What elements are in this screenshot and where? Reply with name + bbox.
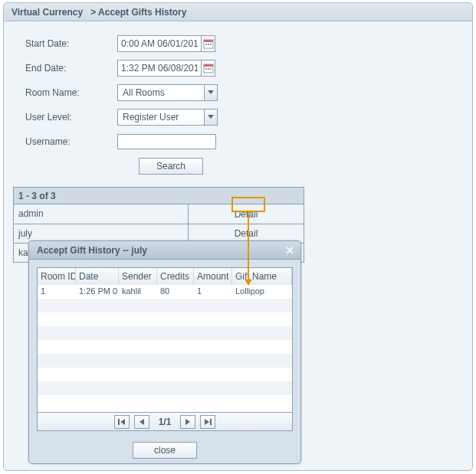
svg-rect-7 [205,68,207,70]
user-level-label: User Level: [25,112,117,123]
room-name-select[interactable]: All Rooms [117,84,218,101]
breadcrumb: Virtual Currency > Accept Gifts History [4,3,472,21]
svg-marker-16 [140,419,144,425]
svg-marker-18 [205,419,209,425]
results-counter: 1 - 3 of 3 [14,188,304,204]
room-name-value: All Rooms [118,87,204,98]
dialog-title: Accept Gift History -- july [37,241,147,260]
filter-form: Start Date: End Date: Room Name: All Roo… [4,21,472,182]
grid-row: 1 1:26 PM 0 kahlil 80 1 Lollipop [38,285,292,299]
chevron-down-icon[interactable] [204,85,217,100]
grid-row [38,354,292,368]
page-indicator: 1/1 [154,417,176,427]
svg-rect-6 [204,64,213,67]
col-credits[interactable]: Credits [157,268,194,285]
search-button[interactable]: Search [139,158,203,175]
end-date-label: End Date: [25,63,117,74]
close-button[interactable]: close [133,442,197,459]
breadcrumb-separator: > [90,7,96,18]
col-amount[interactable]: Amount [194,268,232,285]
last-page-button[interactable] [200,415,215,429]
end-date-input[interactable] [118,60,201,76]
grid-row [38,395,292,409]
calendar-icon[interactable] [201,60,215,76]
pager: 1/1 [38,412,292,430]
end-date-field[interactable] [117,60,215,77]
cell-amount: 1 [194,285,232,299]
cell-sender: kahlil [119,285,157,299]
svg-rect-3 [208,44,209,45]
detail-link[interactable]: Detail [189,204,304,224]
detail-grid: Room ID Date Sender Credits Amount Gift … [37,267,293,431]
start-date-field[interactable] [117,35,215,52]
arrow-head-icon [245,279,252,286]
svg-marker-11 [208,115,214,119]
cell-room: 1 [38,285,76,299]
svg-rect-19 [210,419,212,425]
svg-rect-1 [204,40,213,42]
grid-row [38,340,292,354]
svg-rect-8 [208,68,209,70]
svg-rect-9 [210,68,212,70]
grid-body: 1 1:26 PM 0 kahlil 80 1 Lollipop [38,285,292,412]
cell-gift: Lollipop [232,285,292,299]
next-page-button[interactable] [180,415,195,429]
main-panel: Virtual Currency > Accept Gifts History … [3,2,473,471]
grid-header: Room ID Date Sender Credits Amount Gift … [38,268,292,285]
col-sender[interactable]: Sender [119,268,157,285]
username-input[interactable] [117,134,216,149]
user-level-select[interactable]: Register User [117,109,218,126]
svg-rect-14 [118,419,120,425]
col-room-id[interactable]: Room ID [38,268,76,285]
room-name-label: Room Name: [25,87,117,98]
chevron-down-icon[interactable] [204,110,217,125]
start-date-label: Start Date: [25,38,117,49]
first-page-button[interactable] [114,415,130,429]
col-date[interactable]: Date [76,268,119,285]
start-date-input[interactable] [118,36,201,51]
grid-row [38,312,292,326]
breadcrumb-root: Virtual Currency [11,7,83,18]
cell-date: 1:26 PM 0 [76,285,119,299]
calendar-icon[interactable] [201,36,215,51]
user-cell: admin [14,204,189,224]
table-row: admin Detail [14,204,304,224]
breadcrumb-leaf: Accept Gifts History [98,7,186,18]
grid-row [38,381,292,395]
grid-row [38,299,292,312]
dialog-header: Accept Gift History -- july [29,241,300,260]
svg-marker-17 [185,419,190,425]
col-gift-name[interactable]: Gift Name [232,268,292,285]
prev-page-button[interactable] [134,415,149,429]
grid-row [38,326,292,340]
svg-marker-10 [208,90,214,94]
username-label: Username: [25,136,117,147]
user-level-value: Register User [118,112,204,123]
annotation-arrow [248,212,249,281]
cell-credits: 80 [157,285,194,299]
svg-rect-4 [210,44,212,45]
svg-marker-15 [120,419,125,425]
detail-dialog: Accept Gift History -- july Room ID Date… [28,240,301,464]
grid-row [38,368,292,381]
close-icon[interactable] [284,244,296,257]
svg-rect-2 [205,44,207,45]
